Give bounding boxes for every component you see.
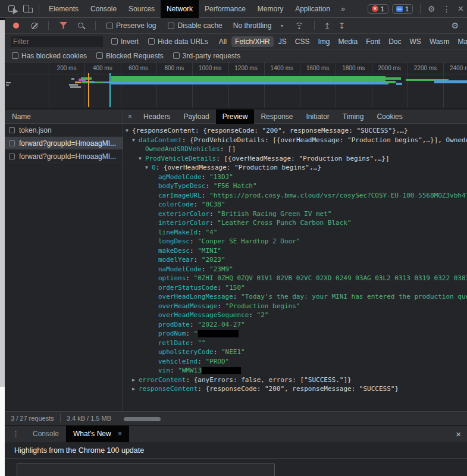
horizontal-scrollbar-thumb[interactable]	[124, 417, 161, 421]
json-tree-line[interactable]: ▶responseContent: {responseCode: "200", …	[123, 384, 467, 394]
json-tree-line[interactable]: lineMakeId: "4"	[123, 228, 467, 237]
blocked-requests-checkbox[interactable]: Blocked Requests	[96, 52, 164, 60]
details-tab-initiator[interactable]: Initiator	[299, 109, 336, 124]
filter-chip-css[interactable]: CSS	[292, 36, 314, 47]
collapse-arrow-icon[interactable]: ▶	[132, 375, 139, 384]
json-tree-line[interactable]: bodyTypeDesc: "F56 Hatch"	[123, 181, 467, 191]
json-preview-tree[interactable]: ▼{responseContent: {responseCode: "200",…	[123, 124, 467, 411]
checkbox[interactable]	[148, 38, 155, 45]
expand-arrow-icon[interactable]: ▼	[126, 126, 132, 135]
name-column-header[interactable]: Name	[5, 109, 123, 124]
filter-chip-ws[interactable]: WS	[406, 36, 425, 47]
json-tree-line[interactable]: vin: "WMW13	[123, 366, 467, 375]
collapse-arrow-icon[interactable]: ▶	[132, 384, 139, 393]
json-tree-line[interactable]: OwnedAndSRDVehicles: []	[123, 145, 467, 154]
details-tab-response[interactable]: Response	[254, 109, 299, 124]
json-tree-line[interactable]: overHeadMessageSequence: "2"	[123, 311, 467, 320]
checkbox[interactable]	[173, 52, 180, 59]
whats-new-card[interactable]	[17, 464, 275, 476]
filter-chip-img[interactable]: Img	[314, 36, 333, 47]
checkbox[interactable]	[12, 52, 18, 59]
close-details-icon[interactable]: ×	[123, 112, 137, 121]
checkbox[interactable]	[96, 52, 103, 59]
json-tree-line[interactable]: orderStatusCode: "150"	[123, 283, 467, 293]
json-tree-line[interactable]: upholsteryCode: "NEE1"	[123, 347, 467, 357]
checkbox[interactable]	[106, 23, 113, 29]
hide-data-urls-checkbox[interactable]: Hide data URLs	[148, 37, 208, 46]
filter-chip-all[interactable]: All	[215, 36, 230, 47]
filter-chip-font[interactable]: Font	[362, 36, 384, 47]
json-tree-line[interactable]: longDesc: "Cooper SE Hardtop 2 Door"	[123, 237, 467, 246]
close-devtools-icon[interactable]: ×	[455, 4, 467, 14]
details-tab-headers[interactable]: Headers	[137, 109, 177, 124]
settings-gear-icon[interactable]: ⚙	[424, 4, 439, 14]
export-har-icon[interactable]: ↧	[336, 21, 348, 30]
tab-elements[interactable]: Elements	[43, 0, 84, 18]
request-row[interactable]: forward?groupId=HmoaagMI...	[5, 150, 123, 163]
clear-icon[interactable]	[31, 23, 37, 29]
checkbox[interactable]	[168, 23, 174, 29]
filter-chip-media[interactable]: Media	[334, 36, 361, 47]
json-tree-line[interactable]: options: "0ZHI 0ZHQ 0ZQV 01V1 02VB 02VC …	[123, 274, 467, 283]
inspect-element-icon[interactable]	[8, 4, 17, 13]
json-tree-line[interactable]: naModelCode: "23M9"	[123, 265, 467, 274]
3rd-party-requests-checkbox[interactable]: 3rd-party requests	[173, 52, 240, 60]
json-tree-line[interactable]: interiorColor: "Leather Cross Punch Carb…	[123, 218, 467, 228]
network-conditions-icon[interactable]	[294, 23, 303, 29]
json-tree-line[interactable]: ▼ProdVehicleDetails: [{overHeadMessage: …	[123, 154, 467, 164]
filter-chip-fetch-xhr[interactable]: Fetch/XHR	[231, 36, 274, 47]
preserve-log-checkbox[interactable]: Preserve log	[106, 21, 156, 30]
filter-input[interactable]	[11, 36, 103, 47]
json-tree-line[interactable]: ▼{responseContent: {responseCode: "200",…	[123, 126, 467, 136]
details-tab-preview[interactable]: Preview	[216, 109, 255, 124]
json-tree-line[interactable]: modelYear: "2023"	[123, 255, 467, 265]
request-row[interactable]: token.json	[5, 124, 123, 137]
json-tree-line[interactable]: prodNum: "	[123, 329, 467, 339]
filter-chip-doc[interactable]: Doc	[385, 36, 405, 47]
details-tab-timing[interactable]: Timing	[336, 109, 371, 124]
json-tree-line[interactable]: overHeadMessage: "Production begins"	[123, 302, 467, 311]
json-tree-line[interactable]: colorCode: "0C3B"	[123, 200, 467, 209]
issues-badge[interactable]: 1	[392, 4, 413, 14]
json-tree-line[interactable]: overHeadLongMessage: "Today's the day: y…	[123, 292, 467, 302]
kebab-menu-icon[interactable]: ⋮	[439, 4, 455, 14]
drawer-menu-icon[interactable]: ⋮	[5, 430, 26, 439]
request-row[interactable]: forward?groupId=HmoaagMI...	[5, 137, 123, 150]
close-drawer-icon[interactable]: ×	[450, 429, 467, 439]
json-tree-line[interactable]: makeDesc: "MINI"	[123, 246, 467, 256]
drawer-tab-what-s-new[interactable]: What's New ×	[66, 425, 129, 442]
device-toolbar-icon[interactable]	[23, 4, 33, 13]
details-tab-cookies[interactable]: Cookies	[370, 109, 409, 124]
expand-arrow-icon[interactable]: ▼	[132, 136, 139, 145]
disable-cache-checkbox[interactable]: Disable cache	[168, 21, 222, 30]
more-tabs-button[interactable]: »	[336, 4, 350, 13]
json-tree-line[interactable]: retlDate: ""	[123, 339, 467, 348]
tab-sources[interactable]: Sources	[123, 0, 161, 18]
expand-arrow-icon[interactable]: ▼	[139, 154, 145, 163]
json-tree-line[interactable]: exteriorColor: "British Racing Green IV …	[123, 209, 467, 219]
checkbox[interactable]	[111, 38, 118, 45]
network-overview-timeline[interactable]: 200 ms400 ms600 ms800 ms1000 ms1200 ms14…	[5, 62, 467, 109]
expand-arrow-icon[interactable]: ▼	[145, 163, 152, 172]
has-blocked-cookies-checkbox[interactable]: Has blocked cookies	[12, 52, 87, 60]
invert-checkbox[interactable]: Invert	[111, 37, 139, 46]
tab-application[interactable]: Application	[289, 0, 336, 18]
json-tree-line[interactable]: ▶errorContent: {anyErrors: false, errors…	[123, 375, 467, 385]
close-tab-icon[interactable]: ×	[116, 430, 122, 438]
json-tree-line[interactable]: ▼0: {overHeadMessage: "Production begins…	[123, 163, 467, 173]
json-tree-line[interactable]: carImageURL: "https://prod.cosy.bmw.clou…	[123, 191, 467, 201]
search-icon[interactable]	[78, 23, 83, 28]
import-har-icon[interactable]: ↥	[321, 21, 333, 30]
tab-network[interactable]: Network	[161, 0, 199, 18]
tab-console[interactable]: Console	[84, 0, 123, 18]
filter-chip-wasm[interactable]: Wasm	[426, 36, 453, 47]
drawer-tab-console[interactable]: Console	[26, 425, 66, 442]
record-button[interactable]	[13, 23, 19, 29]
json-tree-line[interactable]: agModelCode: "13DJ"	[123, 173, 467, 182]
json-tree-line[interactable]: vehicleInd: "PROD"	[123, 357, 467, 367]
json-tree-line[interactable]: ▼dataContent: {ProdVehicleDetails: [{ove…	[123, 136, 467, 145]
tab-performance[interactable]: Performance	[199, 0, 252, 18]
filter-funnel-icon[interactable]	[59, 22, 67, 29]
network-settings-gear-icon[interactable]: ⚙	[447, 21, 462, 30]
filter-chip-js[interactable]: JS	[275, 36, 290, 47]
